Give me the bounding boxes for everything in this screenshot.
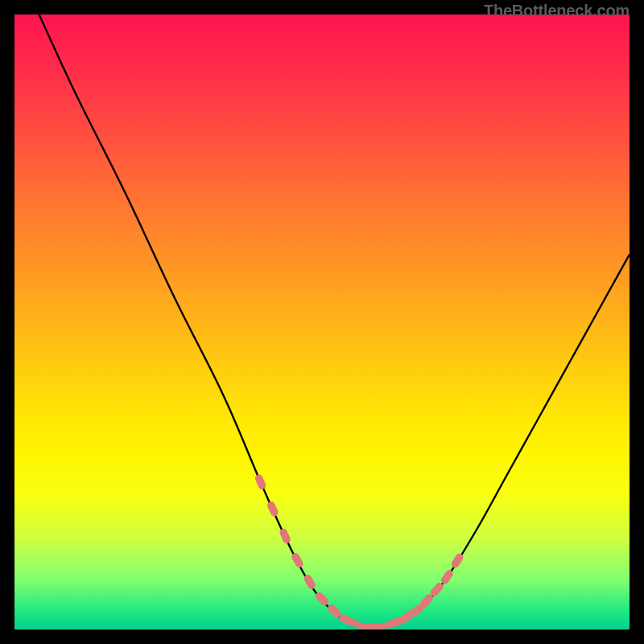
chart-container: TheBottleneck.com bbox=[0, 0, 644, 644]
marker-dash bbox=[419, 592, 435, 609]
marker-dash bbox=[408, 603, 425, 617]
marker-dash bbox=[254, 473, 266, 490]
marker-dot bbox=[392, 619, 399, 626]
marker-dash bbox=[314, 591, 330, 607]
marker-dot bbox=[350, 619, 357, 626]
marker-dash bbox=[326, 603, 342, 619]
marker-dash bbox=[440, 568, 454, 585]
marker-dash bbox=[291, 551, 305, 568]
marker-dash bbox=[429, 581, 445, 598]
data-markers bbox=[254, 473, 464, 630]
marker-dash bbox=[383, 620, 395, 630]
plot-area bbox=[14, 14, 630, 630]
chart-curve bbox=[39, 14, 630, 627]
marker-dot bbox=[364, 623, 371, 630]
marker-dash bbox=[450, 552, 464, 569]
chart-svg bbox=[14, 14, 630, 630]
marker-dash bbox=[279, 527, 292, 544]
marker-dash bbox=[266, 501, 280, 518]
marker-dash bbox=[303, 573, 317, 590]
attribution-text: TheBottleneck.com bbox=[484, 2, 630, 20]
marker-dash bbox=[369, 623, 380, 630]
marker-dash bbox=[387, 617, 404, 629]
marker-dash bbox=[338, 613, 355, 626]
marker-dash bbox=[398, 610, 415, 625]
marker-dash bbox=[341, 615, 353, 625]
marker-dash bbox=[355, 621, 367, 630]
marker-dot bbox=[378, 623, 386, 630]
